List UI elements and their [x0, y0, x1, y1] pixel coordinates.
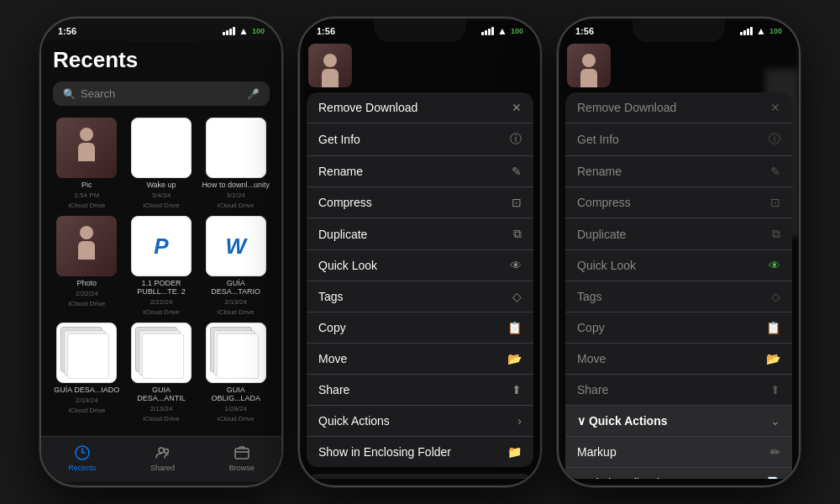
share-label: Share [318, 383, 349, 396]
file-item[interactable]: W GUÍA DESA...TARIO 2/13/24 iCloud Drive [202, 216, 270, 316]
menu-get-info[interactable]: Get Info ⓘ [307, 123, 533, 156]
context-menu-scroll-3[interactable]: Remove Download ✕ Get Info ⓘ Rename ✎ Co… [559, 92, 799, 479]
remove-download-label: Remove Download [318, 101, 417, 114]
search-placeholder: Search [81, 87, 115, 100]
file-name: GUIA DESA...ANTIL [128, 386, 196, 402]
file-source: iCloud Drive [69, 300, 106, 307]
menu-copy[interactable]: Copy 📋 [307, 312, 533, 344]
copy-icon-3: 📋 [766, 321, 780, 334]
quick-look-label: Quick Look [318, 259, 377, 272]
xmark-icon-3: ✕ [770, 101, 780, 114]
menu-show-folder[interactable]: Show in Enclosing Folder 📁 [307, 437, 533, 467]
menu-rename[interactable]: Rename ✎ [307, 156, 533, 187]
file-thumbnail [131, 118, 192, 178]
menu-remove-download[interactable]: Remove Download ✕ [307, 92, 533, 123]
menu-rename-3[interactable]: Rename ✎ [565, 156, 792, 187]
tab-browse[interactable]: Browse [229, 444, 255, 472]
menu-duplicate-3[interactable]: Duplicate ⧉ [565, 218, 792, 250]
file-item[interactable]: P 1.1 PODER PUBLL...TE. 2 2/22/24 iCloud… [128, 216, 196, 316]
share-icon: ⬆ [512, 383, 522, 396]
duplicate-label-3: Duplicate [577, 228, 626, 241]
get-info-label-3: Get Info [577, 133, 619, 146]
quick-actions-label-3: ∨ Quick Actions [577, 414, 668, 428]
file-name: How to downl...unity [202, 181, 270, 189]
search-bar[interactable]: 🔍 Search 🎤 [53, 81, 270, 106]
status-time-3: 1:56 [575, 26, 594, 36]
menu-markup[interactable]: Markup ✏ [565, 437, 792, 468]
file-source: iCloud Drive [218, 308, 255, 316]
file-thumbnail [56, 323, 117, 383]
menu-quick-look[interactable]: Quick Look 👁 [307, 250, 533, 281]
file-name: 1.1 PODER PUBLL...TE. 2 [128, 279, 196, 296]
svg-point-3 [159, 448, 164, 453]
folder2-icon: 📁 [507, 445, 522, 459]
file-source: iCloud Drive [143, 415, 180, 423]
phone-2: 1:56 ▲ 100 [298, 17, 542, 487]
file-item[interactable]: GUÍA DESA...IADO 2/13/24 iCloud Drive [53, 323, 121, 423]
quick-actions-label: Quick Actions [318, 414, 390, 428]
menu-share[interactable]: Share ⬆ [307, 375, 533, 406]
tag-icon: ◇ [512, 290, 522, 303]
menu-tags[interactable]: Tags ◇ [307, 281, 533, 312]
file-meta: 1:54 PM [74, 192, 99, 199]
file-meta: 2/22/24 [150, 298, 173, 306]
menu-remove-download-3[interactable]: Remove Download ✕ [565, 92, 792, 123]
menu-delete[interactable]: Delete 🗑 [307, 474, 533, 479]
context-menu-scroll-2[interactable]: Remove Download ✕ Get Info ⓘ Rename ✎ Co… [300, 92, 540, 479]
file-source: iCloud Drive [143, 308, 180, 316]
recents-icon [74, 444, 91, 461]
copy-label-3: Copy [577, 321, 605, 334]
tab-recents[interactable]: Recents [68, 444, 96, 472]
file-source: iCloud Drive [218, 415, 255, 423]
file-item[interactable]: GUIA DESA...ANTIL 2/13/24 iCloud Drive [128, 323, 196, 423]
file-name: GUÍA DESA...TARIO [202, 279, 270, 296]
compress-icon: ⊡ [512, 196, 522, 209]
file-item[interactable]: Wake up 3/4/24 iCloud Drive [128, 118, 196, 209]
markup-label: Markup [577, 445, 617, 459]
preview-thumb-3 [567, 44, 611, 87]
quick-look-label-3: Quick Look [577, 259, 636, 272]
file-meta: 3/2/24 [227, 192, 245, 199]
file-item[interactable]: Pic 1:54 PM iCloud Drive [53, 118, 121, 209]
menu-quick-look-3[interactable]: Quick Look 👁 [565, 250, 792, 281]
menu-copy-3[interactable]: Copy 📋 [565, 312, 792, 344]
file-item[interactable]: GUIA OBLIG...LADA 1/28/24 iCloud Drive [202, 323, 270, 423]
file-thumbnail: P [131, 216, 192, 276]
file-item[interactable]: How to downl...unity 3/2/24 iCloud Drive [202, 118, 270, 209]
file-thumbnail [56, 216, 117, 276]
menu-get-info-3[interactable]: Get Info ⓘ [565, 123, 792, 156]
context-overlay-2: 1:56 ▲ 100 [300, 18, 540, 486]
doc-preview [231, 132, 241, 164]
status-icons-3: ▲ 100 [740, 25, 782, 37]
tab-recents-label: Recents [68, 464, 96, 472]
files-grid: Pic 1:54 PM iCloud Drive Wake [53, 118, 270, 423]
search-icon: 🔍 [63, 88, 76, 100]
status-time-2: 1:56 [317, 26, 335, 36]
tab-shared[interactable]: Shared [150, 444, 175, 472]
menu-move-3[interactable]: Move 📂 [565, 344, 792, 375]
file-name: Pic [81, 181, 92, 189]
menu-compress[interactable]: Compress ⊡ [307, 187, 533, 218]
menu-tags-3[interactable]: Tags ◇ [565, 281, 792, 312]
menu-duplicate[interactable]: Duplicate ⧉ [307, 218, 533, 250]
get-info-label: Get Info [318, 133, 360, 146]
menu-move[interactable]: Move 📂 [307, 344, 533, 375]
eye-icon: 👁 [510, 259, 522, 272]
move-label: Move [318, 352, 347, 365]
menu-optimize[interactable]: Optimize File Size 📄 [565, 468, 792, 479]
menu-quick-actions-expanded-3[interactable]: ∨ Quick Actions ⌄ [565, 406, 792, 437]
phone-frame-2: 1:56 ▲ 100 [298, 17, 542, 487]
duplicate-icon: ⧉ [513, 227, 522, 241]
wifi-icon-3: ▲ [756, 25, 766, 37]
menu-share-3[interactable]: Share ⬆ [565, 375, 792, 406]
phone-3: 1:56 ▲ 100 [557, 17, 801, 487]
menu-quick-actions-collapsed[interactable]: Quick Actions › [307, 406, 533, 437]
context-header-2 [300, 40, 540, 92]
file-source: iCloud Drive [69, 202, 106, 209]
compress-icon-3: ⊡ [770, 196, 780, 209]
page-title: Recents [53, 47, 270, 73]
phone-frame-1: 1:56 ▲ 100 Recents 🔍 Search 🎤 [39, 17, 283, 487]
duplicate-label: Duplicate [318, 228, 367, 241]
menu-compress-3[interactable]: Compress ⊡ [565, 187, 792, 218]
file-item[interactable]: Photo 2/22/24 iCloud Drive [53, 216, 121, 316]
